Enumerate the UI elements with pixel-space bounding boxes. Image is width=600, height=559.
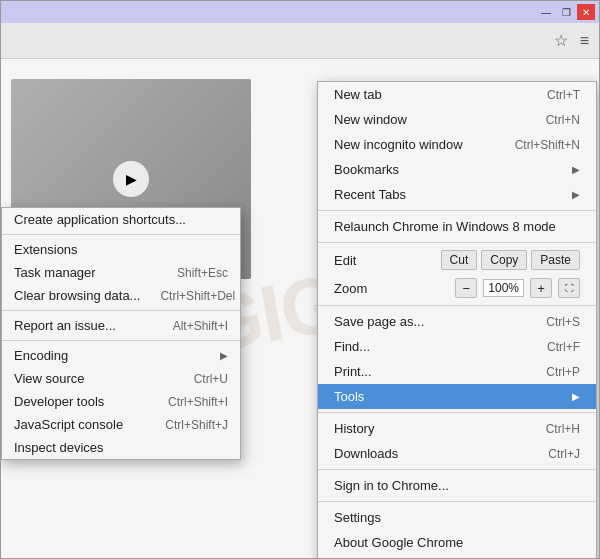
zoom-label: Zoom <box>334 281 449 296</box>
menu-item-relaunch[interactable]: Relaunch Chrome in Windows 8 mode <box>318 214 596 239</box>
left-menu-item-report-issue[interactable]: Report an issue...Alt+Shift+I <box>2 314 240 337</box>
left-menu-item-inspect-devices[interactable]: Inspect devices <box>2 436 240 459</box>
menu-item-save-page[interactable]: Save page as...Ctrl+S <box>318 309 596 334</box>
menu-item-label: Find... <box>334 339 527 354</box>
copy-button[interactable]: Copy <box>481 250 527 270</box>
menu-item-shortcut: Ctrl+U <box>194 372 228 386</box>
left-menu-item-clear-browsing[interactable]: Clear browsing data...Ctrl+Shift+Del <box>2 284 240 307</box>
submenu-arrow-icon: ▶ <box>572 189 580 200</box>
menu-item-new-window[interactable]: New windowCtrl+N <box>318 107 596 132</box>
menu-item-label: History <box>334 421 526 436</box>
menu-separator <box>318 469 596 470</box>
zoom-fullscreen-button[interactable]: ⛶ <box>558 278 580 298</box>
menu-item-label: View source <box>14 371 174 386</box>
menu-item-label: Clear browsing data... <box>14 288 140 303</box>
left-menu-item-create-shortcuts[interactable]: Create application shortcuts... <box>2 208 240 231</box>
menu-item-new-tab[interactable]: New tabCtrl+T <box>318 82 596 107</box>
menu-item-shortcut: Ctrl+H <box>546 422 580 436</box>
menu-item-downloads[interactable]: DownloadsCtrl+J <box>318 441 596 466</box>
play-button[interactable]: ▶ <box>113 161 149 197</box>
left-menu-item-view-source[interactable]: View sourceCtrl+U <box>2 367 240 390</box>
menu-item-shortcut: Ctrl+P <box>546 365 580 379</box>
browser-toolbar: ☆ ≡ <box>1 23 599 59</box>
menu-item-shortcut: Shift+Esc <box>177 266 228 280</box>
menu-item-shortcut: Ctrl+Shift+J <box>165 418 228 432</box>
menu-separator <box>318 242 596 243</box>
menu-separator <box>318 412 596 413</box>
play-icon: ▶ <box>126 171 137 187</box>
menu-item-about[interactable]: About Google Chrome <box>318 530 596 555</box>
menu-button[interactable]: ≡ <box>576 28 593 54</box>
menu-item-shortcut: Ctrl+Shift+Del <box>160 289 235 303</box>
left-menu-item-developer-tools[interactable]: Developer toolsCtrl+Shift+I <box>2 390 240 413</box>
menu-item-label: Report an issue... <box>14 318 153 333</box>
left-menu-item-encoding[interactable]: Encoding▶ <box>2 344 240 367</box>
menu-item-label: Developer tools <box>14 394 148 409</box>
left-menu-item-js-console[interactable]: JavaScript consoleCtrl+Shift+J <box>2 413 240 436</box>
menu-item-print[interactable]: Print...Ctrl+P <box>318 359 596 384</box>
menu-item-new-incognito[interactable]: New incognito windowCtrl+Shift+N <box>318 132 596 157</box>
menu-item-label: Bookmarks <box>334 162 572 177</box>
menu-item-label: Tools <box>334 389 572 404</box>
edit-row: Edit Cut Copy Paste <box>318 246 596 274</box>
menu-separator <box>2 234 240 235</box>
menu-item-bookmarks[interactable]: Bookmarks▶ <box>318 157 596 182</box>
close-button[interactable]: ✕ <box>577 4 595 20</box>
submenu-arrow-icon: ▶ <box>572 391 580 402</box>
zoom-row: Zoom − 100% + ⛶ <box>318 274 596 302</box>
zoom-minus-button[interactable]: − <box>455 278 477 298</box>
tools-submenu: Create application shortcuts...Extension… <box>1 207 241 460</box>
menu-item-find[interactable]: Find...Ctrl+F <box>318 334 596 359</box>
menu-separator <box>2 310 240 311</box>
menu-item-sign-in[interactable]: Sign in to Chrome... <box>318 473 596 498</box>
menu-item-tools[interactable]: Tools▶ <box>318 384 596 409</box>
menu-item-label: Settings <box>334 510 580 525</box>
menu-item-label: JavaScript console <box>14 417 145 432</box>
title-bar: — ❐ ✕ <box>1 1 599 23</box>
menu-item-label: About Google Chrome <box>334 535 580 550</box>
menu-item-label: New tab <box>334 87 527 102</box>
zoom-plus-button[interactable]: + <box>530 278 552 298</box>
menu-separator <box>318 501 596 502</box>
menu-item-history[interactable]: HistoryCtrl+H <box>318 416 596 441</box>
menu-item-shortcut: Alt+Shift+I <box>173 319 228 333</box>
menu-item-label: Relaunch Chrome in Windows 8 mode <box>334 219 580 234</box>
menu-separator <box>318 210 596 211</box>
browser-window: — ❐ ✕ ☆ ≡ GIGO ▶ Create application shor… <box>0 0 600 559</box>
menu-separator <box>318 305 596 306</box>
menu-item-shortcut: Ctrl+T <box>547 88 580 102</box>
minimize-button[interactable]: — <box>537 4 555 20</box>
edit-label: Edit <box>334 253 437 268</box>
menu-item-label: Print... <box>334 364 526 379</box>
menu-item-shortcut: Ctrl+S <box>546 315 580 329</box>
paste-button[interactable]: Paste <box>531 250 580 270</box>
menu-item-label: Create application shortcuts... <box>14 212 228 227</box>
left-menu-item-extensions[interactable]: Extensions <box>2 238 240 261</box>
zoom-value: 100% <box>483 279 524 297</box>
menu-item-label: Save page as... <box>334 314 526 329</box>
menu-item-label: New window <box>334 112 526 127</box>
left-menu-item-task-manager[interactable]: Task managerShift+Esc <box>2 261 240 284</box>
menu-item-shortcut: Ctrl+N <box>546 113 580 127</box>
menu-item-label: Inspect devices <box>14 440 228 455</box>
menu-item-recent-tabs[interactable]: Recent Tabs▶ <box>318 182 596 207</box>
main-dropdown-menu: New tabCtrl+TNew windowCtrl+NNew incogni… <box>317 81 597 558</box>
menu-item-settings[interactable]: Settings <box>318 505 596 530</box>
submenu-arrow-icon: ▶ <box>572 164 580 175</box>
menu-item-help[interactable]: Help <box>318 555 596 558</box>
bookmark-button[interactable]: ☆ <box>550 27 572 54</box>
menu-item-label: New incognito window <box>334 137 495 152</box>
menu-item-label: Encoding <box>14 348 220 363</box>
menu-item-label: Downloads <box>334 446 528 461</box>
menu-item-shortcut: Ctrl+F <box>547 340 580 354</box>
menu-item-label: Task manager <box>14 265 157 280</box>
page-content: GIGO ▶ Create application shortcuts...Ex… <box>1 59 599 558</box>
menu-item-label: Extensions <box>14 242 228 257</box>
menu-item-label: Recent Tabs <box>334 187 572 202</box>
menu-separator <box>2 340 240 341</box>
menu-item-shortcut: Ctrl+J <box>548 447 580 461</box>
maximize-button[interactable]: ❐ <box>557 4 575 20</box>
cut-button[interactable]: Cut <box>441 250 478 270</box>
menu-item-shortcut: Ctrl+Shift+N <box>515 138 580 152</box>
submenu-arrow-icon: ▶ <box>220 350 228 361</box>
